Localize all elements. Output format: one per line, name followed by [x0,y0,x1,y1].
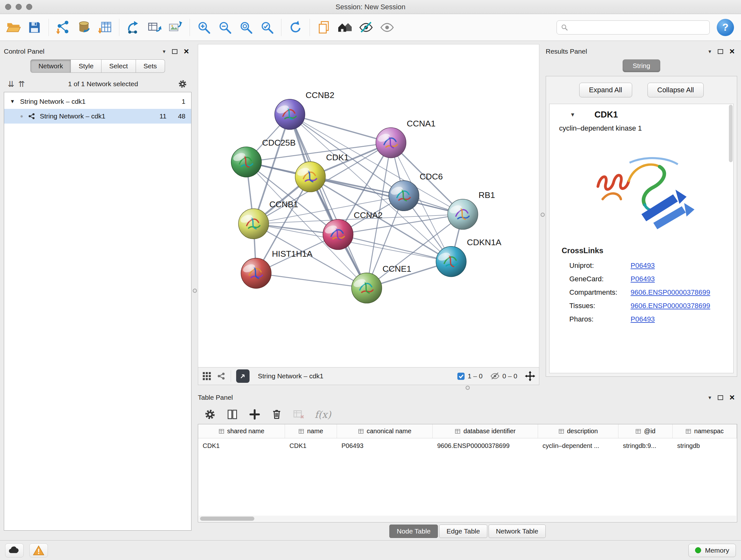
crosslink-link[interactable]: P06493 [630,275,655,283]
results-scrollbar[interactable] [729,105,733,162]
panel-float-icon[interactable] [718,395,723,400]
column-header[interactable]: canonical name [337,424,433,438]
column-header[interactable]: @id [618,424,673,438]
column-header[interactable]: description [538,424,618,438]
add-column-icon[interactable] [248,408,261,421]
network-node-CDKN1A[interactable]: CDKN1A [436,238,501,277]
left-panel-splitter[interactable] [192,41,198,540]
network-options-gear-icon[interactable] [178,79,188,89]
table-row[interactable]: CDK1 CDK1 P06493 9606.ENSP00000378699 cy… [198,438,737,453]
expand-all-icon[interactable]: ⇈ [18,80,25,88]
column-header[interactable]: name [285,424,337,438]
pan-move-icon[interactable] [525,371,535,381]
crosslink-link[interactable]: 9606.ENSP00000378699 [630,302,711,310]
show-all-button[interactable] [377,16,397,39]
control-panel-title: Control Panel [4,48,44,55]
table-settings-gear-icon[interactable] [204,408,216,421]
warnings-button[interactable] [29,543,48,557]
window-close-button[interactable] [5,4,11,10]
import-network-file-button[interactable] [53,16,73,39]
network-node-HIST1H1A[interactable]: HIST1H1A [241,249,313,288]
tab-style[interactable]: Style [71,59,102,73]
zoom-fit-button[interactable] [236,16,256,39]
tab-select[interactable]: Select [102,59,136,73]
database-icon [77,20,91,35]
cell-namespace[interactable]: stringdb [673,442,737,449]
tab-network[interactable]: Network [30,59,71,73]
window-zoom-button[interactable] [26,4,32,10]
expand-all-button[interactable]: Expand All [579,83,632,98]
panel-menu-icon[interactable]: ▾ [163,48,165,55]
collapse-all-button[interactable]: Collapse All [648,83,704,98]
window-minimize-button[interactable] [16,4,22,10]
network-edge[interactable] [256,273,367,288]
cell-description[interactable]: cyclin–dependent ... [538,442,618,449]
column-header[interactable]: database identifier [433,424,538,438]
panel-close-icon[interactable]: × [730,393,735,402]
show-columns-icon[interactable] [226,408,239,421]
network-glyph-icon[interactable] [217,372,226,381]
network-collection-row[interactable]: ▼ String Network – cdk1 1 [4,94,191,109]
export-image-button[interactable] [165,16,186,39]
search-input[interactable] [571,23,705,31]
save-session-button[interactable] [24,16,45,39]
status-bar: Memory [0,540,741,560]
collapse-all-icon[interactable]: ⇊ [8,80,14,88]
results-panel-splitter[interactable] [539,44,546,385]
clone-network-button[interactable] [123,16,144,39]
hide-selected-button[interactable] [356,16,376,39]
crosslink-link[interactable]: 9606.ENSP00000378699 [630,288,711,297]
cloud-status-button[interactable] [5,543,23,557]
cell-shared-name[interactable]: CDK1 [198,442,285,449]
import-table-button[interactable] [95,16,115,39]
column-header[interactable]: namespac [673,424,737,438]
panel-float-icon[interactable] [718,49,723,54]
zoom-out-button[interactable] [215,16,235,39]
gene-disclosure-icon[interactable]: ▼ [570,112,576,118]
panel-menu-icon[interactable]: ▾ [709,394,711,401]
duplicate-button[interactable] [314,16,334,39]
cell-database-identifier[interactable]: 9606.ENSP00000378699 [433,442,538,449]
network-edge[interactable] [290,114,367,288]
crosslink-link[interactable]: P06493 [630,315,655,323]
network-node-CCNB2[interactable]: CCNB2 [275,90,334,130]
home-button[interactable] [335,16,355,39]
help-button[interactable]: ? [717,19,734,36]
zoom-in-button[interactable] [194,16,214,39]
network-node-CCNA1[interactable]: CCNA1 [376,119,435,158]
crosslink-link[interactable]: P06493 [630,261,655,270]
memory-button[interactable]: Memory [688,544,736,557]
import-network-database-button[interactable] [74,16,94,39]
open-session-button[interactable] [3,16,23,39]
horizontal-scrollbar-thumb[interactable] [200,516,254,521]
horizontal-scrollbar-track[interactable] [199,516,736,521]
network-row-selected[interactable]: ● String Network – cdk1 11 48 [4,109,191,124]
create-network-view-button[interactable] [144,16,165,39]
tab-network-table[interactable]: Network Table [488,524,546,538]
network-canvas[interactable]: CCNB2CCNA1CDC25BCDK1CDC6RB1CCNB1CCNA2CDK… [198,44,539,367]
cell-name[interactable]: CDK1 [285,442,337,449]
selected-checkbox-icon[interactable] [457,372,465,381]
cell-canonical-name[interactable]: P06493 [337,442,433,449]
network-node-RB1[interactable]: RB1 [448,190,495,230]
zoom-selected-button[interactable] [257,16,277,39]
export-view-button[interactable] [236,369,250,383]
refresh-view-button[interactable] [285,16,306,39]
function-builder-button[interactable]: f(x) [315,409,331,420]
delete-column-trash-icon[interactable] [271,408,283,421]
disclosure-triangle-icon[interactable]: ▼ [10,99,15,105]
tab-edge-table[interactable]: Edge Table [439,524,487,538]
tab-string[interactable]: String [623,59,661,72]
tab-node-table[interactable]: Node Table [389,524,438,538]
column-header[interactable]: shared name [198,424,285,438]
table-panel-splitter[interactable] [198,385,737,390]
hidden-eye-slash-icon[interactable] [490,371,500,381]
network-node-CCNB1[interactable]: CCNB1 [239,199,298,239]
grid-view-icon[interactable] [202,371,212,381]
panel-close-icon[interactable]: × [184,47,189,56]
tab-sets[interactable]: Sets [136,59,165,73]
panel-close-icon[interactable]: × [730,47,735,56]
panel-menu-icon[interactable]: ▾ [709,48,711,55]
cell-id[interactable]: stringdb:9... [618,442,673,449]
panel-float-icon[interactable] [172,49,178,54]
